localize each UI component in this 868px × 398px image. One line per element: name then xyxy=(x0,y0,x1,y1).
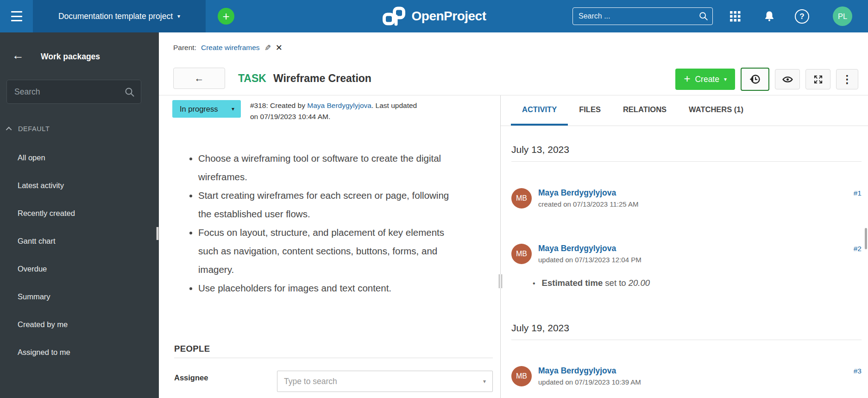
sidebar-item-overdue[interactable]: Overdue xyxy=(18,262,75,290)
fullscreen-button[interactable] xyxy=(805,69,830,89)
chevron-up-icon xyxy=(6,126,12,133)
global-create-button[interactable]: + xyxy=(218,8,234,25)
description-bullet: Use placeholders for images and text con… xyxy=(198,279,463,297)
change-verb: set to xyxy=(603,278,629,288)
notifications-bell-icon[interactable] xyxy=(763,10,775,22)
activity-entry: MB Maya Berdygylyjova created on 07/13/2… xyxy=(511,188,862,211)
panel-divider xyxy=(500,95,501,398)
avatar[interactable]: MB xyxy=(511,366,532,386)
status-badge: In progress xyxy=(180,105,218,114)
logo-text: OpenProject xyxy=(412,9,486,24)
meta-prefix: #318: Created by xyxy=(250,101,307,109)
scrollbar-thumb[interactable] xyxy=(865,228,867,249)
sidebar-item-gantt-chart[interactable]: Gantt chart xyxy=(18,234,75,262)
description-bullet: Focus on layout, structure, and placemen… xyxy=(198,223,463,279)
sidebar-item-assigned-to-me[interactable]: Assigned to me xyxy=(18,345,75,373)
sidebar-item-latest-activity[interactable]: Latest activity xyxy=(18,178,75,206)
assignee-label: Assignee xyxy=(174,373,208,382)
watch-eye-button[interactable] xyxy=(775,69,800,89)
search-icon[interactable] xyxy=(698,11,709,21)
assignee-select[interactable]: Type to search ▾ xyxy=(277,371,493,392)
parent-link[interactable]: Create wireframes xyxy=(201,44,260,52)
activity-timestamp: updated on 07/19/2023 10:39 AM xyxy=(538,378,641,386)
user-avatar[interactable]: PL xyxy=(833,6,852,26)
sidebar-search xyxy=(6,80,141,104)
sidebar-item-all-open[interactable]: All open xyxy=(18,151,75,178)
global-search xyxy=(572,7,713,25)
tab-relations[interactable]: RELATIONS xyxy=(612,95,678,126)
openproject-logo[interactable]: OpenProject xyxy=(382,0,486,32)
change-value: 20.00 xyxy=(629,278,650,288)
activity-ref-link[interactable]: #3 xyxy=(854,367,862,375)
sidebar-item-recently-created[interactable]: Recently created xyxy=(18,206,75,234)
detail-tabs: ACTIVITY FILES RELATIONS WATCHERS (1) xyxy=(501,95,868,126)
sidebar-section-default[interactable]: DEFAULT xyxy=(7,125,50,133)
description-bullet: Start creating wireframes for each scree… xyxy=(198,186,463,223)
edit-pencil-icon[interactable]: ✎ xyxy=(264,43,271,53)
menu-icon[interactable] xyxy=(11,11,22,21)
avatar[interactable]: MB xyxy=(511,244,532,264)
sidebar-resize-handle[interactable] xyxy=(156,227,159,240)
openproject-logo-icon xyxy=(382,6,406,26)
top-navigation-bar: Documentation template project ▾ + OpenP… xyxy=(0,0,868,32)
chevron-down-icon: ▾ xyxy=(724,76,727,82)
breadcrumb: Parent: Create wireframes ✎ ✕ xyxy=(173,43,283,53)
activity-date-header: July 19, 2023 xyxy=(511,322,862,340)
project-selector-label: Documentation template project xyxy=(58,12,173,21)
parent-label: Parent: xyxy=(173,44,196,52)
work-package-meta: #318: Created by Maya Berdygylyjova. Las… xyxy=(250,100,421,122)
modules-grid-icon[interactable] xyxy=(730,11,741,22)
project-selector[interactable]: Documentation template project ▾ xyxy=(33,0,206,32)
tab-activity[interactable]: ACTIVITY xyxy=(511,95,568,126)
activity-timestamp: created on 07/13/2023 11:25 AM xyxy=(538,200,639,208)
page-title[interactable]: Wireframe Creation xyxy=(273,72,371,85)
author-link[interactable]: Maya Berdygylyjova xyxy=(307,101,371,109)
description-section[interactable]: Choose a wireframing tool or software to… xyxy=(186,149,463,297)
sidebar: ← Work packages DEFAULT All open Latest … xyxy=(0,32,159,398)
avatar[interactable]: MB xyxy=(511,188,532,208)
work-package-title: TASK Wireframe Creation xyxy=(238,68,371,89)
sidebar-search-input[interactable] xyxy=(7,80,141,103)
avatar-initials: MB xyxy=(516,372,527,380)
activity-ref-link[interactable]: #2 xyxy=(854,245,862,253)
people-section-heading: PEOPLE xyxy=(174,344,493,358)
activity-change-detail: •Estimated time set to 20.00 xyxy=(533,278,650,288)
activity-ref-link[interactable]: #1 xyxy=(854,189,862,197)
create-button[interactable]: + Create ▾ xyxy=(675,69,735,90)
activity-timestamp: updated on 07/13/2023 12:04 PM xyxy=(538,256,642,264)
sidebar-title: Work packages xyxy=(41,52,100,62)
avatar-initials: MB xyxy=(516,194,527,202)
back-to-list-button[interactable]: ← xyxy=(173,68,225,89)
chevron-down-icon: ▾ xyxy=(232,106,234,112)
activity-author-link[interactable]: Maya Berdygylyjova xyxy=(538,188,616,198)
plus-icon: + xyxy=(684,72,690,85)
history-clock-icon xyxy=(749,73,761,85)
sidebar-back-icon[interactable]: ← xyxy=(12,49,24,61)
create-button-label: Create xyxy=(695,75,719,84)
tab-files[interactable]: FILES xyxy=(568,95,612,126)
description-list: Choose a wireframing tool or software to… xyxy=(186,149,463,297)
remove-parent-icon[interactable]: ✕ xyxy=(276,43,283,53)
work-package-type[interactable]: TASK xyxy=(238,72,266,85)
activity-entry: MB Maya Berdygylyjova updated on 07/19/2… xyxy=(511,366,862,389)
assignee-placeholder: Type to search xyxy=(284,377,337,386)
sidebar-item-summary[interactable]: Summary xyxy=(18,290,75,317)
tab-watchers[interactable]: WATCHERS (1) xyxy=(678,95,755,126)
search-icon xyxy=(124,87,135,98)
status-dropdown[interactable]: In progress ▾ xyxy=(172,100,241,118)
activity-date-header: July 13, 2023 xyxy=(511,144,862,162)
bullet-dot: • xyxy=(533,279,535,287)
sidebar-section-label: DEFAULT xyxy=(18,125,50,133)
kebab-icon: ⋮ xyxy=(842,73,853,86)
activity-entry: MB Maya Berdygylyjova updated on 07/13/2… xyxy=(511,244,862,267)
global-search-input[interactable] xyxy=(572,7,713,25)
activity-author-link[interactable]: Maya Berdygylyjova xyxy=(538,244,616,253)
activity-history-button[interactable] xyxy=(741,68,769,91)
help-icon[interactable]: ? xyxy=(795,9,809,24)
toolbar: + Create ▾ ⋮ xyxy=(675,68,858,91)
avatar-initials: MB xyxy=(516,250,527,258)
activity-author-link[interactable]: Maya Berdygylyjova xyxy=(538,366,616,376)
panel-resize-handle[interactable] xyxy=(499,274,502,288)
more-options-button[interactable]: ⋮ xyxy=(836,69,858,89)
sidebar-item-created-by-me[interactable]: Created by me xyxy=(18,317,75,345)
